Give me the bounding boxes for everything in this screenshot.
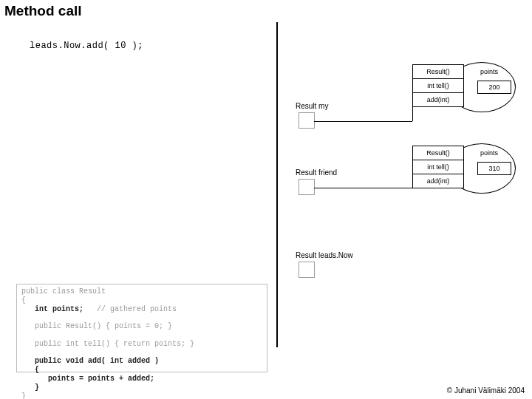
points-my-label: points bbox=[480, 68, 498, 75]
object-my-box bbox=[299, 112, 315, 129]
points-my-value: 200 bbox=[477, 81, 511, 94]
points-friend-label: points bbox=[480, 149, 498, 157]
object-my-label: Result my bbox=[296, 102, 328, 110]
iface-friend-row-0: Result() bbox=[412, 146, 464, 160]
copyright: © Juhani Välimäki 2004 bbox=[447, 386, 525, 395]
object-leadsnow-box bbox=[299, 262, 315, 278]
vertical-divider bbox=[276, 22, 278, 347]
iface-friend: Result() int tell() add(int) bbox=[412, 146, 464, 188]
object-leadsnow-label: Result leads.Now bbox=[296, 251, 353, 259]
iface-my: Result() int tell() add(int) bbox=[412, 65, 464, 107]
connector-my bbox=[314, 121, 412, 122]
code-panel: public class Result { int points; // gat… bbox=[16, 284, 267, 372]
method-call-code: leads.Now.add( 10 ); bbox=[30, 41, 143, 51]
points-friend-value: 310 bbox=[477, 162, 511, 175]
iface-my-row-1: int tell() bbox=[412, 78, 464, 93]
iface-friend-row-2: add(int) bbox=[412, 174, 464, 188]
iface-my-row-0: Result() bbox=[412, 64, 464, 79]
object-friend-box bbox=[299, 179, 315, 195]
iface-my-row-2: add(int) bbox=[412, 92, 464, 107]
connector-friend-v bbox=[412, 166, 413, 188]
diagram-canvas: Method call leads.Now.add( 10 ); Result … bbox=[0, 0, 532, 399]
object-friend-label: Result friend bbox=[296, 168, 337, 177]
iface-friend-row-1: int tell() bbox=[412, 160, 464, 174]
connector-friend bbox=[314, 188, 412, 188]
page-title: Method call bbox=[4, 3, 82, 19]
connector-my-v bbox=[412, 99, 413, 121]
